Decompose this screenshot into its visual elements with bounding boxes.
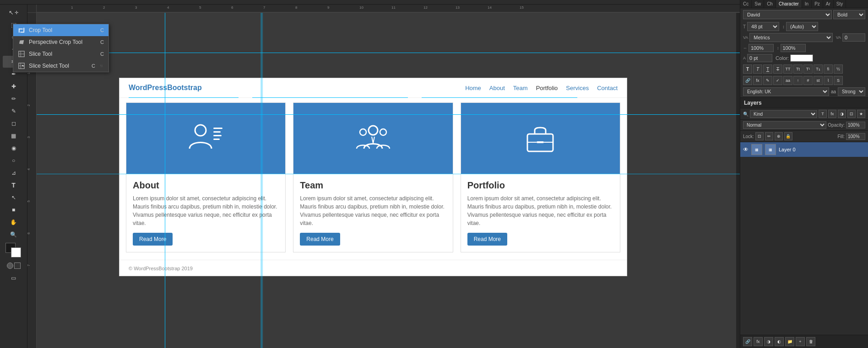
super-btn[interactable]: T¹	[803, 64, 813, 74]
layer-folder-btn[interactable]: 📁	[785, 337, 794, 346]
fill-input[interactable]	[846, 133, 865, 140]
shape-tool[interactable]: ■	[3, 204, 25, 216]
anti-alias-select[interactable]: Strong	[838, 87, 865, 96]
allcaps-btn[interactable]: TT	[783, 64, 792, 74]
layer-filter-icon[interactable]: T	[819, 110, 827, 118]
underline-btn[interactable]: T	[763, 64, 772, 74]
opacity-input[interactable]	[846, 122, 865, 128]
tab-sty[interactable]: Sty	[834, 0, 846, 8]
fx-btn[interactable]: fx	[753, 76, 762, 85]
scale-h-input[interactable]	[749, 44, 774, 52]
perspective-crop-tool-option[interactable]: Perspective Crop Tool C	[13, 36, 108, 48]
layer-adjust-btn[interactable]: ◐	[775, 337, 784, 346]
layer-delete-btn[interactable]: 🗑	[806, 337, 815, 346]
dodge-tool[interactable]: ○	[3, 155, 25, 166]
type-tool[interactable]: T	[3, 179, 25, 191]
swash-btn[interactable]: ⌇	[824, 76, 833, 85]
ord-btn[interactable]: st	[814, 76, 823, 85]
layer-filter-smart[interactable]: ⊡	[847, 110, 856, 118]
color-swatch[interactable]	[790, 54, 813, 62]
clone-tool[interactable]: ✎	[3, 105, 25, 117]
card-about-readmore[interactable]: Read More	[133, 233, 173, 246]
opacity-label: Opacity:	[828, 123, 845, 128]
scale-row: ↔ ↕	[740, 43, 868, 53]
link-btn[interactable]: 🔗	[743, 76, 752, 85]
guide-v1	[165, 13, 165, 348]
edit-btn[interactable]: ✎	[763, 76, 772, 85]
path-tool[interactable]: ↖	[3, 192, 25, 203]
layer-new-btn[interactable]: +	[796, 337, 805, 346]
layer-item[interactable]: 👁 ▦ ▦ Layer 0	[740, 142, 868, 157]
slice-select-tool-option[interactable]: Slice Select Tool C ◾	[13, 60, 108, 72]
brush-tool[interactable]: ✏	[3, 93, 25, 105]
eraser-tool[interactable]: ◻	[3, 118, 25, 129]
nav-contact[interactable]: Contact	[597, 85, 618, 91]
frac-btn[interactable]: ½	[834, 64, 843, 74]
font-size-select[interactable]: 48 pt	[747, 22, 779, 31]
lock-all-btn[interactable]: 🔒	[784, 132, 792, 140]
layer-filter-fx[interactable]: fx	[828, 110, 836, 118]
layer-filter-adj[interactable]: ◑	[838, 110, 846, 118]
hand-tool[interactable]: ✋	[3, 216, 25, 228]
slice-tool-option[interactable]: Slice Tool C	[13, 48, 108, 60]
background-color[interactable]	[11, 247, 21, 257]
leading-label: ↕	[782, 24, 785, 29]
nav-portfolio[interactable]: Portfolio	[536, 85, 558, 91]
layer-mask-btn[interactable]: ◑	[764, 337, 773, 346]
leading-select[interactable]: (Auto)	[786, 22, 818, 31]
tab-sw[interactable]: Sw	[752, 0, 764, 8]
tab-ar[interactable]: Ar	[823, 0, 834, 8]
language-select[interactable]: English: UK	[743, 87, 829, 96]
metrics-select[interactable]: Metrics	[749, 33, 832, 42]
font-family-select[interactable]: David	[743, 10, 832, 19]
svg-marker-11	[22, 64, 24, 66]
quick-mask-btn[interactable]	[3, 260, 25, 272]
ligature-btn[interactable]: fi	[824, 64, 833, 74]
tab-ch[interactable]: Ch	[764, 0, 776, 8]
font-style-select[interactable]: Bold	[833, 10, 865, 19]
layer-link-btn[interactable]: 🔗	[743, 337, 752, 346]
tab-pz[interactable]: Pz	[812, 0, 823, 8]
lock-paint-btn[interactable]: ✏	[765, 132, 773, 140]
color-chips[interactable]	[3, 243, 25, 259]
nav-services[interactable]: Services	[566, 85, 589, 91]
check-btn[interactable]: ✓	[773, 76, 782, 85]
tab-character[interactable]: Character	[776, 0, 802, 8]
lock-pos-btn[interactable]: ⊕	[775, 132, 783, 140]
num-btn[interactable]: #	[803, 76, 813, 85]
healing-tool[interactable]: ✚	[3, 80, 25, 92]
screen-mode-btn[interactable]: ▭	[3, 272, 25, 284]
card-team-readmore[interactable]: Read More	[300, 233, 340, 246]
smallcaps-btn[interactable]: Tt	[793, 64, 803, 74]
pen-tool[interactable]: ⊿	[3, 167, 25, 179]
italic-btn[interactable]: T	[753, 64, 762, 74]
blend-mode-select[interactable]: Normal	[743, 121, 826, 129]
nav-about[interactable]: About	[489, 85, 505, 91]
lock-pixels-btn[interactable]: ⊡	[755, 132, 764, 140]
sub-btn[interactable]: T₁	[814, 64, 823, 74]
baseline-input[interactable]	[747, 54, 772, 62]
zoom-tool[interactable]: 🔍	[3, 229, 25, 241]
gradient-tool[interactable]: ▦	[3, 130, 25, 142]
layer-filter-color[interactable]: ★	[857, 110, 865, 118]
kerning-input[interactable]	[842, 33, 865, 42]
scale-v-input[interactable]	[781, 44, 806, 52]
svg-point-20	[360, 129, 366, 135]
nav-team[interactable]: Team	[513, 85, 528, 91]
aa-btn[interactable]: aa	[783, 76, 792, 85]
nav-home[interactable]: Home	[465, 85, 481, 91]
layer-kind-select[interactable]: Kind	[750, 110, 817, 118]
layer-fx-btn[interactable]: fx	[754, 337, 763, 346]
move-tool[interactable]: ↖ ✛	[3, 6, 25, 18]
crop-tool-option[interactable]: Crop Tool C	[13, 24, 108, 36]
bold-btn[interactable]: T	[743, 64, 752, 74]
strikethrough-btn[interactable]: T	[773, 64, 782, 74]
layer-visibility-eye[interactable]: 👁	[743, 146, 749, 153]
tool-dropdown-menu: Crop Tool C Perspective Crop Tool C Slic…	[13, 24, 109, 72]
style-btn[interactable]: S	[834, 76, 843, 85]
blur-tool[interactable]: ◉	[3, 142, 25, 154]
tab-cc[interactable]: Cc	[740, 0, 752, 8]
card-portfolio-readmore[interactable]: Read More	[467, 233, 507, 246]
tab-in[interactable]: In	[802, 0, 812, 8]
asc-btn[interactable]: ↑	[793, 76, 803, 85]
